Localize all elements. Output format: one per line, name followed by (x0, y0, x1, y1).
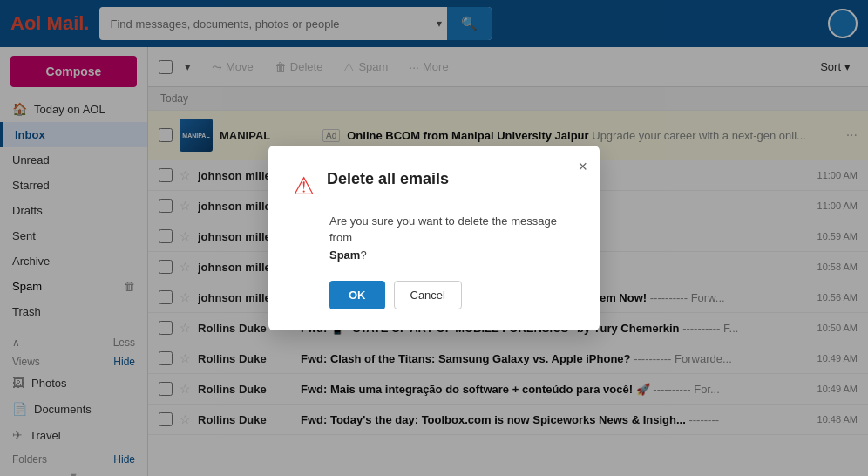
modal-footer: OK Cancel (329, 281, 575, 309)
delete-all-emails-modal: × ⚠ Delete all emails Are you sure you w… (268, 146, 600, 331)
warning-icon: ⚠ (293, 172, 315, 201)
modal-source-suffix: ? (360, 248, 366, 262)
modal-cancel-button[interactable]: Cancel (394, 281, 462, 309)
modal-overlay[interactable]: × ⚠ Delete all emails Are you sure you w… (0, 0, 868, 476)
modal-header: ⚠ Delete all emails (293, 170, 575, 201)
modal-title: Delete all emails (327, 170, 449, 188)
modal-ok-button[interactable]: OK (329, 281, 385, 309)
modal-body: Are you sure you want to delete the mess… (329, 213, 575, 264)
modal-close-button[interactable]: × (578, 158, 587, 176)
modal-body-text: Are you sure you want to delete the mess… (329, 214, 557, 245)
modal-source-name: Spam (329, 248, 360, 262)
